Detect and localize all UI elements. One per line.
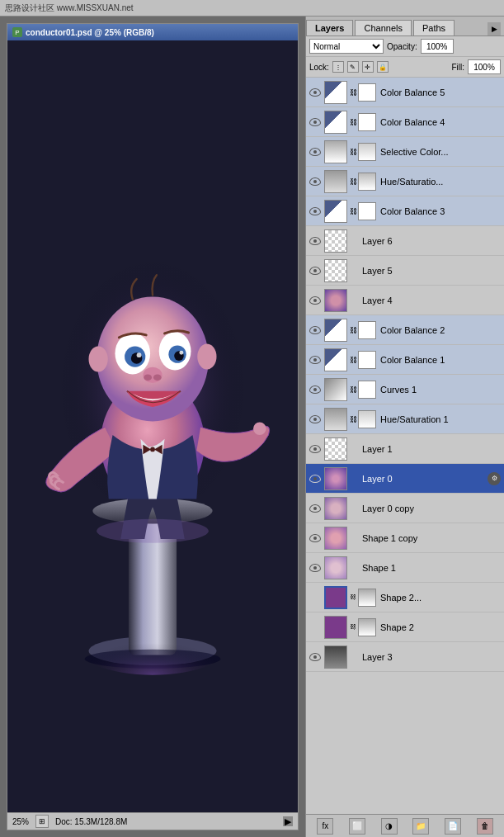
layer-thumbnail xyxy=(324,616,347,639)
layer-row[interactable]: Layer 4 xyxy=(306,286,504,315)
visibility-toggle[interactable] xyxy=(308,204,323,219)
chain-icon: ⛓ xyxy=(349,144,357,160)
layer-name: Layer 0 xyxy=(349,474,488,484)
lock-paint-icon[interactable]: ✎ xyxy=(347,61,359,73)
add-mask-button[interactable]: ⬜ xyxy=(349,818,365,835)
layer-thumbnail xyxy=(324,437,347,461)
visibility-toggle[interactable] xyxy=(308,352,323,367)
layer-thumbnail xyxy=(324,81,347,104)
visibility-toggle[interactable] xyxy=(308,471,323,486)
layers-list[interactable]: ⛓ Color Balance 5 ⛓ Color Balance 4 ⛓ Se… xyxy=(306,78,504,814)
visibility-toggle[interactable] xyxy=(308,85,323,100)
blend-mode-select[interactable]: Normal Multiply Screen Overlay xyxy=(309,39,384,54)
layer-mask xyxy=(358,143,376,161)
layer-row[interactable]: ⛓ Shape 2... xyxy=(306,583,504,612)
layer-row[interactable]: ⛓ Hue/Saturatio... xyxy=(306,167,504,196)
layer-name: Curves 1 xyxy=(377,385,502,395)
layer-name: Color Balance 2 xyxy=(377,325,502,335)
new-layer-button[interactable]: 📄 xyxy=(445,818,461,835)
visibility-toggle[interactable] xyxy=(308,263,323,278)
visibility-toggle[interactable] xyxy=(308,382,323,397)
svg-point-14 xyxy=(179,351,183,355)
chain-icon: ⛓ xyxy=(349,322,357,338)
layer-row[interactable]: ⛓ Color Balance 5 xyxy=(306,78,504,107)
layer-name: Layer 0 copy xyxy=(349,504,502,513)
layer-row[interactable]: Shape 1 xyxy=(306,553,504,583)
layer-row[interactable]: Shape 1 copy xyxy=(306,523,504,553)
layer-row[interactable]: Layer 3 xyxy=(306,642,504,672)
doc-info: Doc: 15.3M/128.8M xyxy=(55,817,127,826)
delete-layer-button[interactable]: 🗑 xyxy=(477,818,493,835)
visibility-toggle[interactable] xyxy=(308,293,323,308)
layers-panel: Layers Channels Paths ▶ Normal Multiply … xyxy=(305,17,504,837)
layer-name: Selective Color... xyxy=(377,147,502,157)
layer-thumbnail xyxy=(324,289,347,312)
fill-input[interactable] xyxy=(468,59,501,74)
visibility-toggle[interactable] xyxy=(308,531,323,546)
nav-arrow[interactable]: ▶ xyxy=(283,816,293,826)
tab-channels[interactable]: Channels xyxy=(355,20,411,35)
layer-row[interactable]: ⛓ Color Balance 2 xyxy=(306,315,504,345)
visibility-toggle[interactable] xyxy=(308,560,323,575)
visibility-toggle[interactable] xyxy=(308,442,323,456)
canvas-window: P conductor01.psd @ 25% (RGB/8) xyxy=(7,23,299,830)
opacity-input[interactable] xyxy=(421,39,454,54)
lock-transparent-icon[interactable]: ⋮ xyxy=(332,61,344,73)
layer-row[interactable]: ⛓ Color Balance 1 xyxy=(306,345,504,375)
tab-layers[interactable]: Layers xyxy=(306,20,353,35)
layer-row[interactable]: Layer 0 copy xyxy=(306,494,504,523)
layer-mask xyxy=(358,321,376,339)
layer-row[interactable]: Layer 0 ⚙ xyxy=(306,464,504,494)
layer-mask xyxy=(358,410,376,428)
layer-row[interactable]: ⛓ Color Balance 4 xyxy=(306,107,504,137)
chain-icon: ⛓ xyxy=(349,589,357,606)
layer-row[interactable]: ⛓ Hue/Saturation 1 xyxy=(306,404,504,434)
canvas-titlebar: P conductor01.psd @ 25% (RGB/8) xyxy=(7,24,298,40)
layer-mask xyxy=(358,173,376,191)
panel-menu-button[interactable]: ▶ xyxy=(488,22,501,35)
layer-thumbnail xyxy=(324,348,347,371)
add-style-button[interactable]: fx xyxy=(317,818,333,835)
layer-thumbnail xyxy=(324,467,347,490)
visibility-toggle[interactable] xyxy=(308,234,323,248)
panel-bottom: fx ⬜ ◑ 📁 📄 🗑 xyxy=(306,814,504,837)
visibility-toggle[interactable] xyxy=(308,115,323,130)
svg-point-13 xyxy=(137,352,142,357)
svg-point-23 xyxy=(73,611,233,675)
lock-row: Lock: ⋮ ✎ ✛ 🔒 Fill: xyxy=(306,57,504,78)
layer-row[interactable]: Layer 6 xyxy=(306,226,504,256)
layer-mask xyxy=(358,202,376,220)
lock-label: Lock: xyxy=(309,63,329,72)
layer-thumbnail xyxy=(324,259,347,282)
zoom-icon[interactable]: ⊞ xyxy=(35,815,49,828)
visibility-toggle[interactable] xyxy=(308,501,323,516)
layer-row[interactable]: Layer 1 xyxy=(306,434,504,464)
chain-icon: ⛓ xyxy=(349,173,357,190)
layer-name: Hue/Saturation 1 xyxy=(377,414,502,424)
lock-move-icon[interactable]: ✛ xyxy=(362,61,374,73)
visibility-toggle[interactable] xyxy=(308,650,323,664)
layer-name: Color Balance 1 xyxy=(377,355,502,365)
tab-paths[interactable]: Paths xyxy=(413,20,455,35)
layer-mask xyxy=(358,381,376,399)
layer-row[interactable]: Layer 5 xyxy=(306,256,504,286)
visibility-toggle[interactable] xyxy=(308,412,323,427)
lock-all-icon[interactable]: 🔒 xyxy=(377,61,389,73)
opacity-label: Opacity: xyxy=(387,42,417,51)
layer-row[interactable]: ⛓ Curves 1 xyxy=(306,375,504,404)
zoom-level: 25% xyxy=(12,817,29,826)
layer-thumbnail xyxy=(324,645,347,669)
visibility-toggle[interactable] xyxy=(308,144,323,159)
chain-icon: ⛓ xyxy=(349,411,357,428)
visibility-toggle[interactable] xyxy=(308,174,323,189)
layer-row[interactable]: ⛓ Selective Color... xyxy=(306,137,504,167)
top-bar-text: 思路设计社区 www.MISSXUAN.net xyxy=(5,2,134,14)
layer-name: Layer 1 xyxy=(349,444,502,454)
create-group-button[interactable]: 📁 xyxy=(412,818,429,835)
layer-row[interactable]: ⛓ Shape 2 xyxy=(306,612,504,642)
layer-row[interactable]: ⛓ Color Balance 3 xyxy=(306,196,504,226)
add-adjustment-button[interactable]: ◑ xyxy=(381,818,398,835)
visibility-toggle[interactable] xyxy=(308,323,323,338)
layer-thumbnail xyxy=(324,229,347,253)
canvas-content[interactable] xyxy=(7,40,298,830)
